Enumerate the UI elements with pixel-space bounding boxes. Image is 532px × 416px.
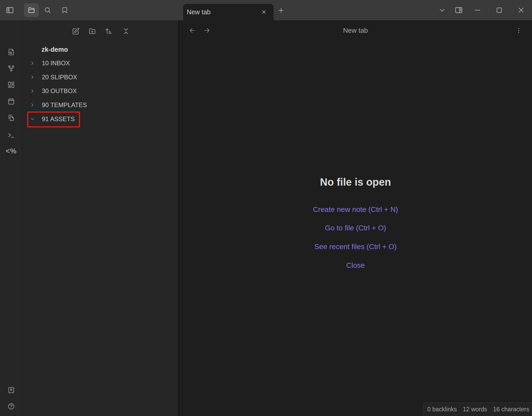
sidebar-left-toggle-button[interactable] xyxy=(4,4,16,16)
view-header: New tab xyxy=(179,20,532,41)
folder-label: 20 SLIPBOX xyxy=(42,72,77,83)
left-ribbon: <% xyxy=(0,20,23,416)
new-tab-button[interactable] xyxy=(275,5,287,16)
vault-switcher-icon xyxy=(7,386,15,394)
folder-label: 91 ASSETS xyxy=(42,114,75,125)
copy-button[interactable] xyxy=(5,112,17,124)
more-options-button[interactable] xyxy=(513,25,524,36)
graph-view-button[interactable] xyxy=(5,63,17,74)
new-folder-icon xyxy=(88,27,96,35)
help-icon xyxy=(7,402,15,410)
sort-icon xyxy=(105,27,112,35)
folder-row-10-inbox[interactable]: 10 INBOX xyxy=(23,58,178,69)
new-note-button[interactable] xyxy=(70,25,82,37)
search-tab-button[interactable] xyxy=(42,4,53,16)
calendar-icon xyxy=(7,98,15,105)
word-count: 12 words xyxy=(463,406,487,413)
titlebar: New tab xyxy=(0,0,532,20)
window-close-button[interactable] xyxy=(515,4,527,16)
create-new-note-link[interactable]: Create new note (Ctrl + N) xyxy=(179,204,532,215)
chevron-right-icon xyxy=(29,72,36,83)
new-note-icon xyxy=(72,27,80,35)
files-tab-button[interactable] xyxy=(24,3,39,17)
sort-button[interactable] xyxy=(103,25,114,37)
quick-switcher-button[interactable] xyxy=(5,46,17,58)
terminal-button[interactable] xyxy=(5,129,17,141)
copy-icon xyxy=(7,114,15,122)
graph-icon xyxy=(7,64,15,72)
see-recent-files-link[interactable]: See recent files (Ctrl + O) xyxy=(179,241,532,252)
canvas-button[interactable] xyxy=(5,79,17,90)
empty-state-title: No file is open xyxy=(179,176,532,188)
folder-row-20-slipbox[interactable]: 20 SLIPBOX xyxy=(23,72,178,83)
tab-close-button[interactable] xyxy=(258,6,269,17)
help-button[interactable] xyxy=(5,401,17,412)
chevron-down-icon xyxy=(29,114,36,125)
canvas-icon xyxy=(7,81,15,89)
status-bar: 0 backlinks 12 words 16 characters xyxy=(423,402,532,416)
templater-icon: <% xyxy=(6,147,17,155)
folder-label: 10 INBOX xyxy=(42,58,70,69)
vertical-dots-icon xyxy=(515,27,522,34)
backlinks-count[interactable]: 0 backlinks xyxy=(427,406,457,413)
minimize-button[interactable] xyxy=(472,4,483,16)
editor-pane: New tab No file is open Create new note … xyxy=(179,20,532,416)
folder-label: 90 TEMPLATES xyxy=(42,100,87,110)
maximize-button[interactable] xyxy=(494,4,505,16)
sidebar-left-toggle-icon xyxy=(6,6,14,14)
character-count: 16 characters xyxy=(493,406,529,413)
tab-list-button[interactable] xyxy=(436,4,448,16)
chevron-right-icon xyxy=(29,86,36,96)
view-header-title: New tab xyxy=(179,20,532,41)
folder-row-30-outbox[interactable]: 30 OUTBOX xyxy=(23,86,178,96)
terminal-icon xyxy=(7,131,15,139)
collapse-all-button[interactable] xyxy=(120,25,132,37)
obsidian-window: New tab xyxy=(0,0,532,416)
plus-icon xyxy=(277,7,285,14)
sidebar-right-toggle-button[interactable] xyxy=(453,4,464,16)
vault-name[interactable]: zk-demo xyxy=(42,44,68,55)
chevron-right-icon xyxy=(29,100,36,110)
close-icon xyxy=(261,9,267,15)
close-link[interactable]: Close xyxy=(179,260,532,271)
new-folder-button[interactable] xyxy=(87,25,98,37)
go-to-file-link[interactable]: Go to file (Ctrl + O) xyxy=(179,223,532,233)
daily-note-button[interactable] xyxy=(5,96,17,107)
chevron-right-icon xyxy=(29,58,36,69)
folder-label: 30 OUTBOX xyxy=(42,86,77,96)
sidebar-right-toggle-icon xyxy=(455,6,463,14)
folder-row-90-templates[interactable]: 90 TEMPLATES xyxy=(23,100,178,110)
templater-button[interactable]: <% xyxy=(5,145,17,157)
vault-switcher-button[interactable] xyxy=(5,384,17,396)
maximize-icon xyxy=(495,6,503,14)
minimize-icon xyxy=(474,6,481,14)
folder-icon xyxy=(28,6,35,14)
file-explorer: zk-demo 10 INBOX 20 SLIPBOX 30 OUTBOX 90… xyxy=(23,20,179,416)
close-icon xyxy=(517,6,525,14)
chevron-down-icon xyxy=(438,6,446,14)
tab-new-tab[interactable]: New tab xyxy=(183,4,274,20)
tab-title: New tab xyxy=(187,4,211,20)
file-search-icon xyxy=(7,48,15,56)
search-icon xyxy=(44,6,51,14)
collapse-all-icon xyxy=(122,27,130,35)
bookmark-icon xyxy=(61,6,68,14)
bookmarks-tab-button[interactable] xyxy=(59,4,70,16)
folder-row-91-assets[interactable]: 91 ASSETS xyxy=(23,114,178,125)
